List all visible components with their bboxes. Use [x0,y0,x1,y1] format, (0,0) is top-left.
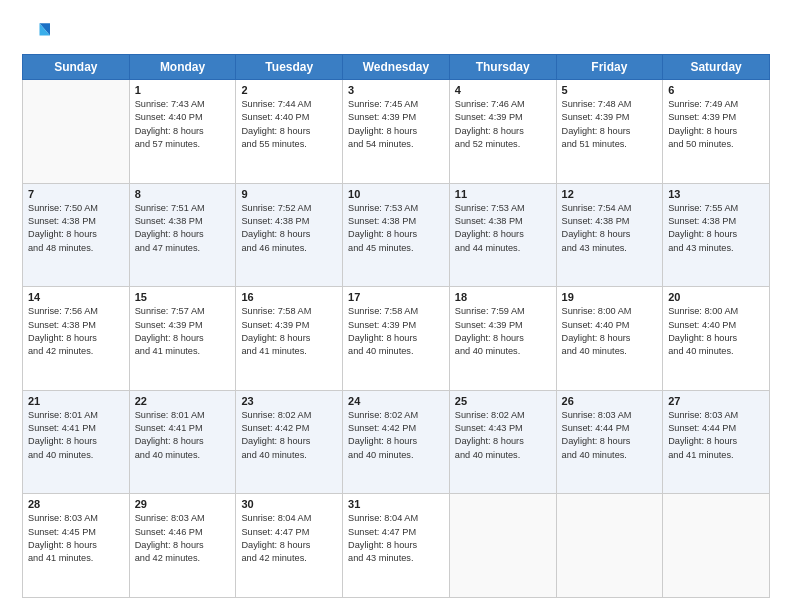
logo-icon [22,18,50,46]
day-info: Sunrise: 7:59 AMSunset: 4:39 PMDaylight:… [455,305,551,358]
day-info: Sunrise: 7:45 AMSunset: 4:39 PMDaylight:… [348,98,444,151]
day-number: 3 [348,84,444,96]
day-number: 29 [135,498,231,510]
day-info: Sunrise: 7:48 AMSunset: 4:39 PMDaylight:… [562,98,658,151]
calendar-cell [449,494,556,598]
day-number: 1 [135,84,231,96]
calendar-cell: 25Sunrise: 8:02 AMSunset: 4:43 PMDayligh… [449,390,556,494]
day-number: 7 [28,188,124,200]
calendar-cell: 4Sunrise: 7:46 AMSunset: 4:39 PMDaylight… [449,80,556,184]
day-number: 4 [455,84,551,96]
day-info: Sunrise: 8:03 AMSunset: 4:45 PMDaylight:… [28,512,124,565]
day-number: 27 [668,395,764,407]
calendar-cell [556,494,663,598]
day-number: 11 [455,188,551,200]
day-number: 10 [348,188,444,200]
day-number: 17 [348,291,444,303]
calendar-day-header: Friday [556,55,663,80]
calendar-cell: 18Sunrise: 7:59 AMSunset: 4:39 PMDayligh… [449,287,556,391]
calendar-cell: 29Sunrise: 8:03 AMSunset: 4:46 PMDayligh… [129,494,236,598]
day-info: Sunrise: 8:04 AMSunset: 4:47 PMDaylight:… [241,512,337,565]
day-info: Sunrise: 8:00 AMSunset: 4:40 PMDaylight:… [562,305,658,358]
page: SundayMondayTuesdayWednesdayThursdayFrid… [0,0,792,612]
calendar-cell [23,80,130,184]
calendar-week-row: 21Sunrise: 8:01 AMSunset: 4:41 PMDayligh… [23,390,770,494]
day-number: 9 [241,188,337,200]
calendar-cell: 21Sunrise: 8:01 AMSunset: 4:41 PMDayligh… [23,390,130,494]
day-info: Sunrise: 8:03 AMSunset: 4:44 PMDaylight:… [562,409,658,462]
day-info: Sunrise: 7:55 AMSunset: 4:38 PMDaylight:… [668,202,764,255]
day-info: Sunrise: 7:56 AMSunset: 4:38 PMDaylight:… [28,305,124,358]
calendar-cell: 28Sunrise: 8:03 AMSunset: 4:45 PMDayligh… [23,494,130,598]
day-number: 14 [28,291,124,303]
day-number: 22 [135,395,231,407]
calendar-cell: 24Sunrise: 8:02 AMSunset: 4:42 PMDayligh… [343,390,450,494]
day-number: 28 [28,498,124,510]
day-number: 24 [348,395,444,407]
day-info: Sunrise: 7:57 AMSunset: 4:39 PMDaylight:… [135,305,231,358]
calendar-day-header: Sunday [23,55,130,80]
day-number: 20 [668,291,764,303]
calendar-day-header: Thursday [449,55,556,80]
calendar-cell: 27Sunrise: 8:03 AMSunset: 4:44 PMDayligh… [663,390,770,494]
day-info: Sunrise: 8:02 AMSunset: 4:43 PMDaylight:… [455,409,551,462]
day-number: 25 [455,395,551,407]
calendar-week-row: 1Sunrise: 7:43 AMSunset: 4:40 PMDaylight… [23,80,770,184]
calendar-cell: 10Sunrise: 7:53 AMSunset: 4:38 PMDayligh… [343,183,450,287]
calendar-day-header: Tuesday [236,55,343,80]
calendar-cell: 22Sunrise: 8:01 AMSunset: 4:41 PMDayligh… [129,390,236,494]
day-number: 31 [348,498,444,510]
day-info: Sunrise: 7:46 AMSunset: 4:39 PMDaylight:… [455,98,551,151]
day-number: 19 [562,291,658,303]
calendar-cell: 12Sunrise: 7:54 AMSunset: 4:38 PMDayligh… [556,183,663,287]
day-number: 5 [562,84,658,96]
calendar-week-row: 28Sunrise: 8:03 AMSunset: 4:45 PMDayligh… [23,494,770,598]
calendar-cell: 7Sunrise: 7:50 AMSunset: 4:38 PMDaylight… [23,183,130,287]
calendar-cell: 9Sunrise: 7:52 AMSunset: 4:38 PMDaylight… [236,183,343,287]
calendar-cell: 17Sunrise: 7:58 AMSunset: 4:39 PMDayligh… [343,287,450,391]
calendar-cell: 6Sunrise: 7:49 AMSunset: 4:39 PMDaylight… [663,80,770,184]
day-number: 12 [562,188,658,200]
calendar-cell: 16Sunrise: 7:58 AMSunset: 4:39 PMDayligh… [236,287,343,391]
day-number: 26 [562,395,658,407]
day-number: 18 [455,291,551,303]
calendar-cell: 30Sunrise: 8:04 AMSunset: 4:47 PMDayligh… [236,494,343,598]
day-number: 6 [668,84,764,96]
day-info: Sunrise: 8:04 AMSunset: 4:47 PMDaylight:… [348,512,444,565]
calendar-cell: 26Sunrise: 8:03 AMSunset: 4:44 PMDayligh… [556,390,663,494]
calendar-cell [663,494,770,598]
calendar-cell: 23Sunrise: 8:02 AMSunset: 4:42 PMDayligh… [236,390,343,494]
day-info: Sunrise: 7:44 AMSunset: 4:40 PMDaylight:… [241,98,337,151]
calendar-cell: 8Sunrise: 7:51 AMSunset: 4:38 PMDaylight… [129,183,236,287]
day-number: 13 [668,188,764,200]
day-number: 30 [241,498,337,510]
day-info: Sunrise: 8:03 AMSunset: 4:44 PMDaylight:… [668,409,764,462]
day-number: 15 [135,291,231,303]
calendar-cell: 1Sunrise: 7:43 AMSunset: 4:40 PMDaylight… [129,80,236,184]
calendar-cell: 5Sunrise: 7:48 AMSunset: 4:39 PMDaylight… [556,80,663,184]
day-info: Sunrise: 7:50 AMSunset: 4:38 PMDaylight:… [28,202,124,255]
calendar-cell: 20Sunrise: 8:00 AMSunset: 4:40 PMDayligh… [663,287,770,391]
day-info: Sunrise: 7:58 AMSunset: 4:39 PMDaylight:… [241,305,337,358]
day-info: Sunrise: 7:58 AMSunset: 4:39 PMDaylight:… [348,305,444,358]
calendar-header-row: SundayMondayTuesdayWednesdayThursdayFrid… [23,55,770,80]
day-info: Sunrise: 8:03 AMSunset: 4:46 PMDaylight:… [135,512,231,565]
calendar-cell: 13Sunrise: 7:55 AMSunset: 4:38 PMDayligh… [663,183,770,287]
calendar-day-header: Wednesday [343,55,450,80]
calendar-cell: 2Sunrise: 7:44 AMSunset: 4:40 PMDaylight… [236,80,343,184]
day-info: Sunrise: 7:43 AMSunset: 4:40 PMDaylight:… [135,98,231,151]
day-number: 23 [241,395,337,407]
calendar-cell: 3Sunrise: 7:45 AMSunset: 4:39 PMDaylight… [343,80,450,184]
day-info: Sunrise: 8:00 AMSunset: 4:40 PMDaylight:… [668,305,764,358]
day-info: Sunrise: 7:49 AMSunset: 4:39 PMDaylight:… [668,98,764,151]
calendar-cell: 14Sunrise: 7:56 AMSunset: 4:38 PMDayligh… [23,287,130,391]
day-number: 16 [241,291,337,303]
calendar-week-row: 14Sunrise: 7:56 AMSunset: 4:38 PMDayligh… [23,287,770,391]
day-info: Sunrise: 8:02 AMSunset: 4:42 PMDaylight:… [241,409,337,462]
calendar-cell: 19Sunrise: 8:00 AMSunset: 4:40 PMDayligh… [556,287,663,391]
calendar-table: SundayMondayTuesdayWednesdayThursdayFrid… [22,54,770,598]
calendar-cell: 15Sunrise: 7:57 AMSunset: 4:39 PMDayligh… [129,287,236,391]
day-number: 2 [241,84,337,96]
day-info: Sunrise: 7:51 AMSunset: 4:38 PMDaylight:… [135,202,231,255]
day-info: Sunrise: 8:02 AMSunset: 4:42 PMDaylight:… [348,409,444,462]
